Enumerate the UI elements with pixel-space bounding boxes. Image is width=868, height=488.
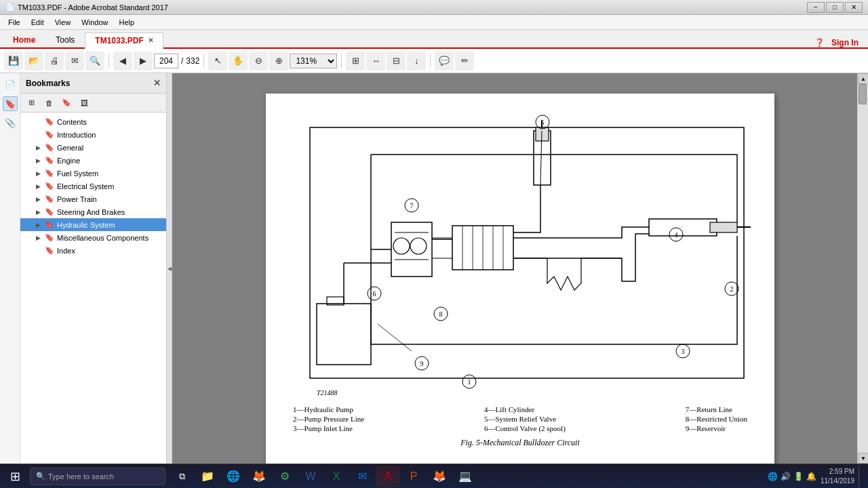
- network-icon[interactable]: 🌐: [768, 472, 778, 481]
- taskbar-app-chrome[interactable]: ⚙: [273, 466, 297, 487]
- bookmark-introduction[interactable]: 🔖 Introduction: [20, 128, 166, 141]
- bookmark-index[interactable]: 🔖 Index: [20, 244, 166, 257]
- menu-view[interactable]: View: [50, 17, 77, 28]
- bookmark-electrical-system[interactable]: ▶ 🔖 Electrical System: [20, 180, 166, 192]
- svg-line-43: [378, 324, 412, 351]
- taskbar: ⊞ 🔍 Type here to search ⧉ 📁 🌐 🦊 ⚙ W X ✉ …: [0, 464, 868, 488]
- page-number-input[interactable]: [154, 54, 178, 68]
- show-desktop-button[interactable]: [859, 466, 863, 487]
- taskbar-app-firefox[interactable]: 🦊: [247, 466, 271, 487]
- taskbar-clock[interactable]: 2:59 PM 11/14/2019: [821, 467, 854, 486]
- legend-col-2: 4—Lift Cylinder 5—System Relief Valve 6—…: [484, 405, 566, 432]
- scroll-track[interactable]: [858, 84, 868, 453]
- bk-properties-button[interactable]: 🖼: [76, 96, 92, 110]
- battery-icon[interactable]: 🔋: [793, 472, 804, 481]
- highlight-button[interactable]: ✏: [455, 52, 474, 70]
- start-button[interactable]: ⊞: [1, 466, 28, 487]
- figure-caption: Fig. 5-Mechanical Bulldozer Circuit: [293, 438, 747, 448]
- clock-time: 2:59 PM: [821, 467, 854, 476]
- email-button[interactable]: ✉: [65, 52, 84, 70]
- bookmark-icon: 🔖: [45, 117, 54, 126]
- search-button[interactable]: 🔍: [85, 52, 104, 70]
- diagram-container: 9: [293, 114, 747, 399]
- bookmark-general[interactable]: ▶ 🔖 General: [20, 141, 166, 154]
- next-page-button[interactable]: ▶: [134, 52, 153, 70]
- taskbar-search[interactable]: 🔍 Type here to search: [30, 468, 165, 485]
- main-layout: 📄 🔖 📎 Bookmarks ✕ ⊞ 🗑 🔖 🖼 🔖 Contents: [0, 73, 868, 464]
- taskbar-app-excel[interactable]: X: [324, 466, 349, 487]
- scroll-down-button[interactable]: ▼: [858, 453, 868, 464]
- prev-page-button[interactable]: ◀: [113, 52, 132, 70]
- menu-window[interactable]: Window: [76, 17, 113, 28]
- search-placeholder: Type here to search: [48, 472, 114, 481]
- taskbar-app-browser2[interactable]: 🦊: [427, 466, 452, 487]
- maximize-button[interactable]: □: [826, 2, 844, 13]
- taskbar-app-explorer[interactable]: 📁: [195, 466, 220, 487]
- taskbar-app-acrobat[interactable]: A: [376, 466, 400, 487]
- svg-text:6: 6: [373, 290, 376, 298]
- toolbar-separator-3: [341, 54, 342, 68]
- bookmark-steering-brakes[interactable]: ▶ 🔖 Steering And Brakes: [20, 205, 166, 218]
- bookmark-icon: 🔖: [45, 207, 54, 216]
- notifications-icon[interactable]: 🔔: [806, 472, 816, 481]
- hand-tool-button[interactable]: ✋: [229, 52, 248, 70]
- tab-tools[interactable]: Tools: [45, 31, 85, 47]
- tab-bar: Home Tools TM1033.PDF ✕ ❓ Sign In: [0, 30, 868, 49]
- zoom-select[interactable]: 50% 75% 100% 125% 131% 150% 200%: [290, 54, 337, 68]
- menu-file[interactable]: File: [3, 17, 26, 28]
- expand-arrow-icon: ▶: [34, 234, 42, 242]
- bookmark-hydraulic-system[interactable]: ▶ 🔖 Hydraulic System: [20, 218, 166, 231]
- bookmark-fuel-system[interactable]: ▶ 🔖 Fuel System: [20, 167, 166, 180]
- comment-button[interactable]: 💬: [435, 52, 454, 70]
- select-tool-button[interactable]: ↖: [208, 52, 227, 70]
- tab-home[interactable]: Home: [3, 31, 45, 47]
- scroll-up-button[interactable]: ▲: [858, 73, 868, 84]
- volume-icon[interactable]: 🔊: [781, 472, 791, 481]
- fit-page-button[interactable]: ⊞: [346, 52, 365, 70]
- main-toolbar: 💾 📂 🖨 ✉ 🔍 ◀ ▶ / 332 ↖ ✋ ⊖ ⊕ 50% 75% 100%…: [0, 49, 868, 73]
- taskbar-app-word[interactable]: W: [298, 466, 323, 487]
- minimize-button[interactable]: −: [807, 2, 825, 13]
- bookmarks-close-button[interactable]: ✕: [153, 78, 161, 88]
- svg-text:3: 3: [682, 348, 685, 355]
- panel-collapse-handle[interactable]: ◀: [167, 73, 172, 464]
- sign-in-link[interactable]: Sign In: [831, 38, 859, 47]
- left-icon-pages[interactable]: 📄: [3, 77, 18, 92]
- bookmark-contents[interactable]: 🔖 Contents: [20, 115, 166, 128]
- taskbar-app-powerpoint[interactable]: P: [401, 466, 426, 487]
- bk-expand-all-button[interactable]: ⊞: [23, 96, 39, 110]
- taskbar-app-ie[interactable]: 🌐: [221, 466, 245, 487]
- pdf-scrollbar[interactable]: ▲ ▼: [857, 73, 868, 464]
- close-button[interactable]: ✕: [845, 2, 863, 13]
- rotate-button[interactable]: ↓: [407, 52, 426, 70]
- bk-new-button[interactable]: 🔖: [58, 96, 75, 110]
- save-button[interactable]: 💾: [4, 52, 23, 70]
- bookmark-power-train[interactable]: ▶ 🔖 Power Train: [20, 192, 166, 205]
- bookmark-engine[interactable]: ▶ 🔖 Engine: [20, 154, 166, 167]
- legend-item-9: 9—Reservoir: [686, 424, 747, 432]
- actual-size-button[interactable]: ⊟: [387, 52, 406, 70]
- fit-width-button[interactable]: ↔: [366, 52, 385, 70]
- zoom-in-button[interactable]: ⊕: [269, 52, 288, 70]
- scroll-thumb[interactable]: [859, 84, 867, 104]
- tab-pdf[interactable]: TM1033.PDF ✕: [85, 33, 163, 49]
- left-panel-icons: 📄 🔖 📎: [0, 73, 20, 464]
- system-tray-icons: 🌐 🔊 🔋 🔔: [768, 472, 816, 481]
- taskbar-app-computer[interactable]: 💻: [453, 466, 477, 487]
- pdf-viewer[interactable]: 9: [172, 73, 868, 464]
- left-icon-attachments[interactable]: 📎: [3, 115, 18, 130]
- help-icon[interactable]: ❓: [814, 38, 825, 47]
- expand-arrow-icon: ▶: [34, 169, 42, 178]
- taskbar-app-outlook[interactable]: ✉: [350, 466, 374, 487]
- bk-delete-button[interactable]: 🗑: [41, 96, 57, 110]
- open-button[interactable]: 📂: [24, 52, 43, 70]
- menu-help[interactable]: Help: [113, 17, 140, 28]
- left-icon-bookmarks[interactable]: 🔖: [3, 96, 18, 111]
- taskbar-right: 🌐 🔊 🔋 🔔 2:59 PM 11/14/2019: [768, 466, 867, 487]
- bookmark-misc-components[interactable]: ▶ 🔖 Miscellaneous Components: [20, 231, 166, 244]
- print-button[interactable]: 🖨: [45, 52, 64, 70]
- taskbar-app-task-view[interactable]: ⧉: [170, 466, 194, 487]
- menu-edit[interactable]: Edit: [26, 17, 50, 28]
- zoom-out-button[interactable]: ⊖: [249, 52, 268, 70]
- tab-close-icon[interactable]: ✕: [148, 37, 153, 44]
